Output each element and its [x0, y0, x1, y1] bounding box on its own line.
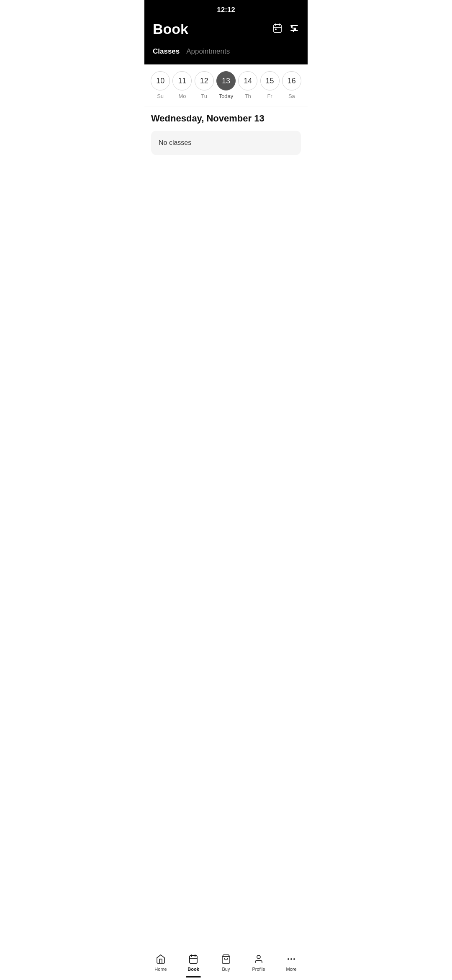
- tab-navigation: Classes Appointments: [144, 44, 308, 64]
- no-classes-text: No classes: [159, 139, 191, 146]
- svg-point-8: [291, 26, 293, 27]
- day-label-today: Today: [219, 93, 234, 99]
- svg-rect-0: [274, 25, 281, 32]
- header: Book: [144, 18, 308, 44]
- page-title: Book: [153, 21, 188, 37]
- day-label-th: Th: [245, 93, 251, 99]
- tab-appointments[interactable]: Appointments: [186, 44, 236, 59]
- calendar-strip: 10 Su 11 Mo 12 Tu 13 Today 14 Th 15 Fr: [144, 64, 308, 106]
- day-cell-10[interactable]: 10 Su: [150, 71, 170, 99]
- day-cell-14[interactable]: 14 Th: [238, 71, 258, 99]
- tab-classes[interactable]: Classes: [153, 44, 186, 59]
- day-number-12: 12: [195, 71, 214, 90]
- day-label-su: Su: [157, 93, 164, 99]
- filter-icon[interactable]: [289, 23, 299, 36]
- day-number-10: 10: [151, 71, 170, 90]
- day-label-sa: Sa: [288, 93, 295, 99]
- day-number-16: 16: [282, 71, 301, 90]
- svg-point-4: [275, 29, 276, 30]
- content-area: Wednesday, November 13 No classes: [144, 106, 308, 162]
- day-label-fr: Fr: [267, 93, 272, 99]
- day-number-13: 13: [216, 71, 236, 90]
- day-cell-15[interactable]: 15 Fr: [260, 71, 280, 99]
- header-actions: [272, 23, 299, 36]
- status-time: 12:12: [217, 6, 235, 14]
- day-number-15: 15: [260, 71, 280, 90]
- day-cell-16[interactable]: 16 Sa: [282, 71, 302, 99]
- day-number-14: 14: [238, 71, 257, 90]
- day-label-tu: Tu: [201, 93, 207, 99]
- status-bar: 12:12: [144, 0, 308, 18]
- no-classes-card: No classes: [151, 131, 301, 155]
- day-number-11: 11: [172, 71, 192, 90]
- calendar-icon[interactable]: [272, 23, 282, 36]
- date-heading: Wednesday, November 13: [151, 113, 301, 124]
- day-cell-13[interactable]: 13 Today: [216, 71, 236, 99]
- main-content: 10 Su 11 Mo 12 Tu 13 Today 14 Th 15 Fr: [144, 64, 308, 195]
- svg-point-10: [295, 28, 296, 30]
- day-cell-12[interactable]: 12 Tu: [194, 71, 214, 99]
- day-cell-11[interactable]: 11 Mo: [172, 71, 192, 99]
- day-label-mo: Mo: [178, 93, 186, 99]
